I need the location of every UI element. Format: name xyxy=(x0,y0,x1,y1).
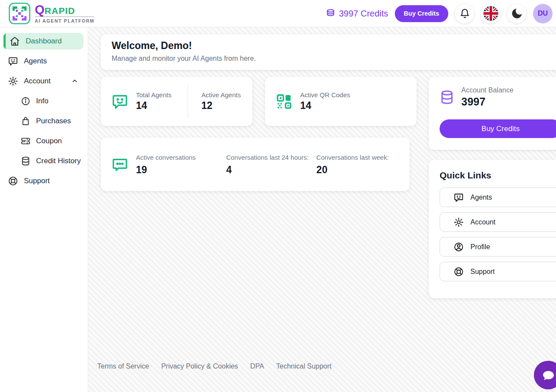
brand-text: QRAPID AI AGENT PLATFORM xyxy=(35,3,94,23)
footer-link-tech-support[interactable]: Technical Support xyxy=(276,362,331,370)
quick-link-account[interactable]: Account xyxy=(440,212,556,232)
top-header: QRAPID AI AGENT PLATFORM 3997 Credits Bu… xyxy=(0,0,556,27)
credits-label: 3997 Credits xyxy=(339,9,388,19)
notifications-button[interactable] xyxy=(455,4,474,23)
qrapid-logo-icon xyxy=(9,3,30,24)
dark-mode-toggle[interactable] xyxy=(507,4,526,23)
brand-tagline: AI AGENT PLATFORM xyxy=(35,18,94,23)
lifebuoy-icon xyxy=(8,176,18,186)
stat-value: 4 xyxy=(226,164,309,176)
chevron-up-icon xyxy=(71,78,78,85)
total-agents-stat: Total Agents 14 xyxy=(136,91,177,112)
quick-link-label: Account xyxy=(470,218,496,226)
sidebar-item-credit-history[interactable]: Credit History xyxy=(0,153,88,169)
sidebar-item-label: Info xyxy=(36,97,48,105)
profile-user-icon xyxy=(453,242,464,252)
purchases-bag-icon xyxy=(21,116,30,126)
stat-label: Conversations last 24 hours: xyxy=(226,153,309,163)
qr-codes-stats-card: Active QR Codes 14 xyxy=(265,77,417,126)
stat-value: 19 xyxy=(136,164,219,176)
conversations-stats-card: Active conversations 19 Conversations la… xyxy=(101,138,410,191)
brand-q: Q xyxy=(35,3,45,16)
sidebar-item-agents[interactable]: Agents xyxy=(0,53,88,69)
quick-links-card: Quick Links Agents xyxy=(429,160,556,298)
brand-logo[interactable]: QRAPID AI AGENT PLATFORM xyxy=(9,3,94,24)
agents-chat-icon xyxy=(453,192,464,203)
stat-label: Active QR Codes xyxy=(300,91,350,99)
footer-links: Terms of Service Privacy Policy & Cookie… xyxy=(97,362,331,370)
sidebar-item-label: Support xyxy=(24,177,50,185)
agents-chat-icon xyxy=(8,56,18,66)
left-column: Total Agents 14 Active Agents 12 xyxy=(101,77,417,298)
welcome-card: Welcome, Demo! Manage and monitor your A… xyxy=(101,34,556,70)
chat-bubble-icon xyxy=(540,367,556,383)
quick-link-label: Support xyxy=(470,268,495,276)
footer-link-terms[interactable]: Terms of Service xyxy=(97,362,149,370)
buy-credits-button[interactable]: Buy Credits xyxy=(440,119,556,138)
sidebar-item-coupon[interactable]: Coupon xyxy=(0,133,88,149)
quick-link-agents[interactable]: Agents xyxy=(440,188,556,207)
sidebar-item-support[interactable]: Support xyxy=(0,173,88,189)
sidebar-nav: Dashboard Agents Account xyxy=(0,27,88,392)
active-conversations-stat: Active conversations 19 xyxy=(136,153,219,176)
uk-flag-icon xyxy=(483,6,498,21)
stat-value: 12 xyxy=(202,100,242,112)
welcome-title: Welcome, Demo! xyxy=(112,40,555,52)
stat-label: Active conversations xyxy=(136,153,219,163)
welcome-subtitle: Manage and monitor your AI Agents from h… xyxy=(112,55,555,63)
qr-code-icon xyxy=(275,93,293,110)
stat-label: Total Agents xyxy=(136,91,177,99)
stat-value: 20 xyxy=(316,164,399,176)
balance-database-icon xyxy=(440,90,454,105)
buy-credits-header-button[interactable]: Buy Credits xyxy=(395,5,448,22)
quick-links-title: Quick Links xyxy=(440,170,556,181)
language-button[interactable] xyxy=(481,4,500,23)
stat-label: Conversations last week: xyxy=(316,153,399,163)
active-agents-stat: Active Agents 12 xyxy=(199,91,242,112)
coupon-ticket-icon xyxy=(21,136,30,146)
gear-icon xyxy=(453,217,464,227)
agents-stats-card: Total Agents 14 Active Agents 12 xyxy=(101,77,252,126)
quick-link-profile[interactable]: Profile xyxy=(440,237,556,257)
balance-label: Account Balance xyxy=(461,86,513,94)
stat-label: Active Agents xyxy=(202,91,242,99)
header-actions: 3997 Credits Buy Credits xyxy=(326,4,549,23)
database-icon xyxy=(21,156,30,166)
gear-icon xyxy=(8,76,18,86)
credits-counter[interactable]: 3997 Credits xyxy=(326,9,388,19)
quick-link-support[interactable]: Support xyxy=(440,262,556,281)
conversations-chat-icon xyxy=(111,156,129,173)
user-avatar[interactable]: DU xyxy=(533,4,553,23)
agents-chat-icon xyxy=(111,93,129,110)
sidebar-item-label: Credit History xyxy=(36,157,81,165)
sidebar-item-dashboard[interactable]: Dashboard xyxy=(3,33,83,49)
brand-name: RAPID xyxy=(45,6,75,15)
stat-value: 14 xyxy=(136,100,177,112)
quick-link-label: Profile xyxy=(470,243,490,251)
stat-value: 14 xyxy=(300,100,350,112)
sidebar-item-label: Dashboard xyxy=(26,37,62,46)
footer-link-privacy[interactable]: Privacy Policy & Cookies xyxy=(161,362,238,370)
lifebuoy-icon xyxy=(453,267,464,277)
moon-icon xyxy=(510,7,523,20)
info-icon xyxy=(21,96,30,106)
credits-coins-icon xyxy=(326,9,335,18)
sidebar-item-account[interactable]: Account xyxy=(0,73,88,89)
home-icon xyxy=(10,36,20,46)
bell-icon xyxy=(460,8,470,19)
chat-widget-button[interactable] xyxy=(534,361,556,389)
sidebar-item-info[interactable]: Info xyxy=(0,93,88,109)
sidebar-item-label: Account xyxy=(24,77,50,86)
divider xyxy=(188,85,188,118)
sidebar-item-purchases[interactable]: Purchases xyxy=(0,113,88,129)
footer-link-dpa[interactable]: DPA xyxy=(250,362,264,370)
conversations-week-stat: Conversations last week: 20 xyxy=(316,153,399,176)
sidebar-item-label: Purchases xyxy=(36,117,71,125)
right-column: Account Balance 3997 Buy Credits Quick L… xyxy=(429,77,556,298)
balance-value: 3997 xyxy=(461,96,513,108)
sidebar-item-label: Coupon xyxy=(36,137,62,145)
sidebar-item-label: Agents xyxy=(24,57,47,66)
quick-link-label: Agents xyxy=(470,194,492,201)
conversations-24h-stat: Conversations last 24 hours: 4 xyxy=(226,153,309,176)
active-qr-stat: Active QR Codes 14 xyxy=(300,91,350,112)
